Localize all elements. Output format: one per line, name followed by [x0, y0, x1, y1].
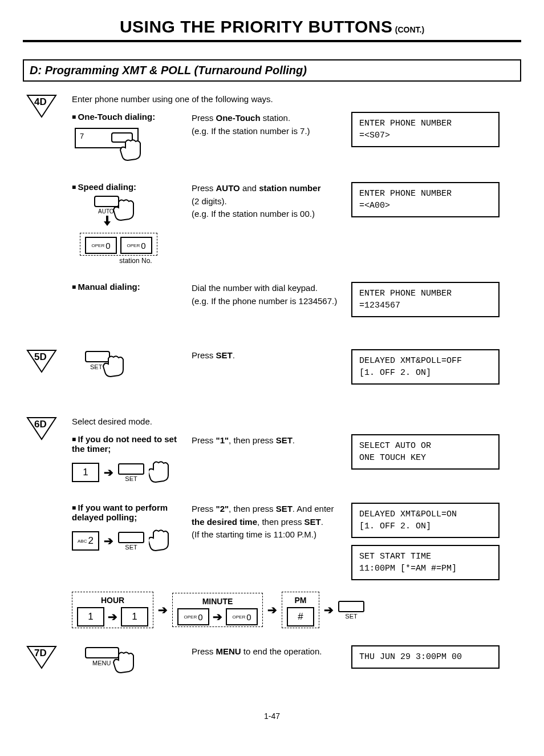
one-touch-head: One-Touch dialing:	[72, 112, 186, 122]
no-timer-instr: Press "1", then press SET.	[192, 434, 346, 447]
manual-block: Manual dialing: Dial the number with dia…	[72, 282, 521, 317]
lcd-delayed-2: SET START TIME 11:00PM [*=AM #=PM]	[351, 545, 500, 580]
arrow-icon: ➔	[104, 466, 113, 479]
step7-instr: Press MENU to end the operation.	[192, 645, 346, 658]
lcd-step5: DELAYED XMT&POLL=OFF [1. OFF 2. ON]	[351, 349, 500, 385]
hour-group: HOUR 1 ➔ 1	[72, 592, 153, 628]
arrow-icon: ➔	[158, 603, 168, 617]
step-7d: 7D MENU Press MENU to end the operation.…	[23, 645, 521, 697]
time-entry-row: HOUR 1 ➔ 1 ➔ MINUTE OPER0 ➔ OPER0 ➔ PM	[72, 592, 521, 628]
step5-instr: Press SET.	[192, 349, 346, 362]
key-7-label: 7	[80, 132, 84, 140]
svg-text:AUTO: AUTO	[98, 208, 114, 215]
set-key: SET	[118, 463, 144, 482]
hand-icon	[149, 527, 177, 553]
no-timer-keys: 1 ➔ SET	[72, 459, 186, 486]
svg-rect-8	[86, 648, 119, 658]
step-5d: 5D SET Press SET. DELAYED XMT&POLL=OFF […	[23, 349, 521, 402]
hand-icon	[149, 458, 177, 484]
lcd-no-timer: SELECT AUTO OR ONE TOUCH KEY	[351, 434, 500, 470]
lcd-speed: ENTER PHONE NUMBER =<A00>	[351, 182, 500, 217]
speed-instr: Press AUTO and station number (2 digits)…	[192, 182, 346, 221]
no-timer-block: If you do not need to set the timer; 1 ➔…	[72, 434, 521, 486]
title-cont: (CONT.)	[395, 25, 424, 34]
manual-head: Manual dialing:	[72, 282, 186, 292]
page-number: 1-47	[23, 711, 521, 721]
step4-intro: Enter phone number using one of the foll…	[72, 94, 521, 104]
page-title: USING THE PRIORITY BUTTONS (CONT.)	[23, 17, 521, 37]
step-4d: 4D Enter phone number using one of the f…	[23, 94, 521, 334]
section-header: D: Programming XMT & POLL (Turnaround Po…	[23, 59, 521, 82]
set-key: SET	[118, 532, 144, 551]
delayed-block: If you want to perform delayed polling; …	[72, 503, 521, 580]
speed-head: Speed dialing:	[72, 182, 186, 192]
set-key: SET	[338, 601, 364, 620]
manual-instr: Dial the number with dial keypad. (e.g. …	[192, 282, 346, 308]
arrow-icon: ➔	[104, 534, 113, 548]
one-touch-block: One-Touch dialing: 7 Press One-Touch sta…	[72, 112, 521, 165]
title-rule	[23, 40, 521, 42]
step-6d: 6D Select desired mode. If you do not ne…	[23, 417, 521, 628]
step-marker-label: 7D	[34, 648, 47, 659]
speed-block: Speed dialing: AUTO OPER0 OPER0	[72, 182, 521, 265]
delayed-head: If you want to perform delayed polling;	[72, 503, 186, 522]
speed-illustration: AUTO OPER0 OPER0 station No.	[78, 195, 186, 265]
pm-group: PM #	[282, 592, 319, 628]
svg-rect-6	[86, 351, 109, 362]
step5-row: SET Press SET. DELAYED XMT&POLL=OFF [1. …	[72, 349, 521, 385]
arrow-icon: ➔	[324, 603, 334, 617]
station-no-caption: station No.	[86, 257, 186, 265]
step6-intro: Select desired mode.	[72, 417, 521, 426]
step-marker-label: 5D	[34, 351, 47, 363]
one-touch-instr: Press One-Touch station. (e.g. If the st…	[192, 112, 346, 138]
title-main: USING THE PRIORITY BUTTONS	[120, 17, 393, 36]
lcd-step7: THU JUN 29 3:00PM 00	[351, 645, 500, 669]
key-2: ABC2	[72, 531, 99, 551]
lcd-one-touch: ENTER PHONE NUMBER =<S07>	[351, 112, 500, 147]
no-timer-head: If you do not need to set the timer;	[72, 434, 186, 454]
delayed-instr: Press "2", then press SET. And enter the…	[192, 503, 346, 541]
one-touch-key-illustration: 7	[72, 125, 186, 165]
step7-row: MENU Press MENU to end the operation. TH…	[72, 645, 521, 680]
delayed-keys: ABC2 ➔ SET	[72, 528, 186, 554]
lcd-manual: ENTER PHONE NUMBER =1234567	[351, 282, 500, 317]
svg-rect-4	[95, 196, 119, 207]
minute-group: MINUTE OPER0 ➔ OPER0	[172, 593, 263, 627]
lcd-delayed-1: DELAYED XMT&POLL=ON [1. OFF 2. ON]	[351, 503, 500, 538]
step-marker-label: 4D	[34, 96, 47, 108]
arrow-icon: ➔	[267, 603, 277, 617]
key-1: 1	[72, 463, 99, 482]
menu-key-illustration: MENU	[83, 645, 186, 680]
set-key-illustration: SET	[83, 349, 186, 383]
svg-text:SET: SET	[90, 363, 103, 370]
svg-text:MENU: MENU	[92, 660, 111, 666]
step-marker-label: 6D	[34, 419, 47, 430]
